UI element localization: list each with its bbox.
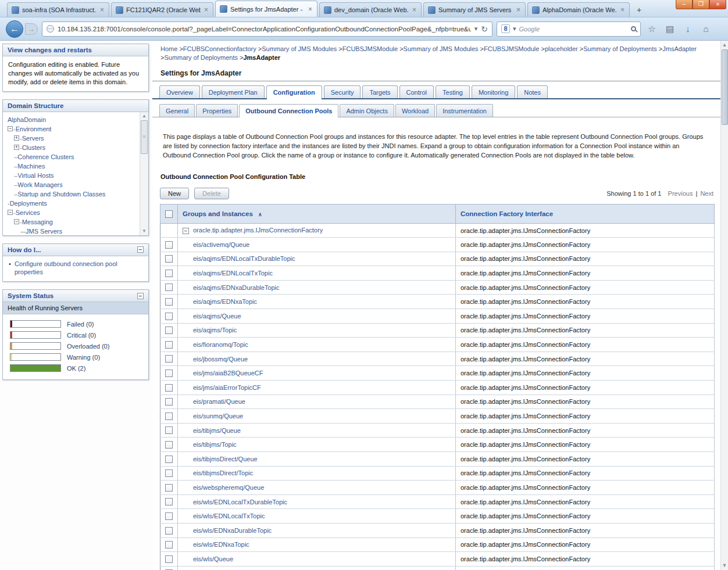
new-tab-button[interactable]: + bbox=[631, 5, 647, 16]
tab-monitoring[interactable]: Monitoring bbox=[472, 85, 515, 98]
bookmarks-menu-icon[interactable]: ▤ bbox=[663, 24, 677, 34]
row-checkbox[interactable] bbox=[165, 512, 173, 520]
collapse-node-icon[interactable]: − bbox=[14, 219, 19, 224]
row-checkbox[interactable] bbox=[165, 241, 173, 249]
scroll-down-icon[interactable]: ▼ bbox=[142, 227, 147, 235]
row-checkbox[interactable] bbox=[165, 441, 173, 449]
row-checkbox[interactable] bbox=[165, 541, 173, 549]
instance-name-link[interactable]: eis/wls/EDNxaDurableTopic bbox=[193, 527, 272, 534]
browser-tab-summary-of-jms-servers[interactable]: Summary of JMS Servers ...× bbox=[423, 2, 526, 17]
back-button[interactable]: ← bbox=[6, 20, 23, 38]
row-checkbox[interactable] bbox=[165, 327, 173, 334]
subtab-properties[interactable]: Properties bbox=[196, 104, 238, 117]
tree-scrollbar[interactable]: ▲ ≡ ▼ bbox=[140, 112, 148, 235]
url-text[interactable]: 10.184.135.218:7001/console/console.port… bbox=[58, 26, 471, 33]
site-identity-icon[interactable] bbox=[47, 25, 54, 33]
row-checkbox[interactable] bbox=[165, 484, 173, 492]
row-checkbox[interactable] bbox=[165, 527, 173, 535]
browser-tab-dev-domain-oracle-web[interactable]: dev_domain (Oracle Web...× bbox=[319, 2, 422, 17]
page-scroll-thumb[interactable] bbox=[722, 49, 728, 125]
tree-node-label[interactable]: Work Managers bbox=[17, 181, 62, 188]
tab-security[interactable]: Security bbox=[324, 85, 361, 98]
search-icon[interactable] bbox=[631, 26, 636, 31]
collapse-node-icon[interactable]: − bbox=[8, 126, 13, 131]
tab-control[interactable]: Control bbox=[399, 85, 434, 98]
tree-node-label[interactable]: Servers bbox=[22, 135, 44, 142]
row-checkbox[interactable] bbox=[165, 398, 173, 406]
sort-ascending-icon[interactable]: ∧ bbox=[258, 211, 262, 217]
tree-item-coherence-clusters[interactable]: --Coherence Clusters bbox=[6, 152, 147, 162]
tab-close-icon[interactable]: × bbox=[412, 6, 417, 13]
close-window-button[interactable]: × bbox=[709, 0, 726, 9]
breadcrumb-link[interactable]: placeholder bbox=[545, 45, 578, 52]
search-engine-icon[interactable]: 8 bbox=[501, 24, 510, 33]
select-all-checkbox[interactable] bbox=[165, 210, 173, 218]
how-do-i-link[interactable]: Configure outbound connection pool prope… bbox=[15, 260, 117, 276]
breadcrumb-link[interactable]: JmsAdapter bbox=[662, 45, 697, 52]
row-checkbox[interactable] bbox=[165, 413, 173, 420]
instance-name-link[interactable]: eis/jbossmq/Queue bbox=[193, 356, 248, 363]
delete-button[interactable]: Delete bbox=[194, 188, 229, 199]
collapse-group-icon[interactable]: − bbox=[183, 228, 189, 234]
tab-close-icon[interactable]: × bbox=[620, 6, 625, 13]
instance-name-link[interactable]: eis/webspheremq/Queue bbox=[193, 484, 264, 491]
scroll-up-icon[interactable]: ▲ bbox=[722, 41, 727, 49]
instance-name-link[interactable]: eis/wls/Queue bbox=[193, 555, 233, 562]
row-checkbox[interactable] bbox=[165, 298, 173, 306]
instance-name-link[interactable]: eis/tibjmsDirect/Queue bbox=[193, 456, 258, 463]
tree-node-label[interactable]: Messaging bbox=[22, 218, 53, 225]
instance-name-link[interactable]: eis/aqjms/EDNxaDurableTopic bbox=[193, 284, 280, 291]
next-page-link[interactable]: Next bbox=[700, 190, 713, 197]
instance-name-link[interactable]: eis/aqjms/EDNxaTopic bbox=[193, 298, 257, 305]
subtab-instrumentation[interactable]: Instrumentation bbox=[436, 104, 493, 117]
reload-icon[interactable]: ↻ bbox=[481, 24, 488, 34]
bookmark-star-icon[interactable]: ☆ bbox=[645, 24, 659, 34]
tree-node-label[interactable]: Startup and Shutdown Classes bbox=[17, 191, 105, 198]
row-checkbox[interactable] bbox=[165, 355, 173, 363]
page-scrollbar[interactable]: ▲ ▼ bbox=[720, 41, 728, 570]
scroll-up-icon[interactable]: ▲ bbox=[142, 112, 147, 120]
instance-name-link[interactable]: eis/tibjms/Queue bbox=[193, 427, 241, 434]
tree-item-work-managers[interactable]: --Work Managers bbox=[6, 180, 147, 189]
tree-item-deployments[interactable]: -Deployments bbox=[6, 199, 147, 208]
tab-configuration[interactable]: Configuration bbox=[266, 85, 322, 98]
tree-item-jms-servers[interactable]: ---JMS Servers bbox=[6, 227, 147, 235]
breadcrumb-link[interactable]: FCUBSConnectionfactory bbox=[183, 45, 256, 52]
history-dropdown-icon[interactable]: ▾ bbox=[474, 25, 478, 33]
tree-item-machines[interactable]: --Machines bbox=[6, 162, 147, 171]
subtab-admin-objects[interactable]: Admin Objects bbox=[340, 104, 394, 117]
row-checkbox[interactable] bbox=[165, 469, 173, 477]
tab-targets[interactable]: Targets bbox=[362, 85, 397, 98]
column-groups-and-instances[interactable]: Groups and Instances bbox=[183, 210, 253, 217]
tree-item-environment[interactable]: −-Environment bbox=[6, 124, 147, 134]
breadcrumb-link[interactable]: Summary of JMS Modules bbox=[404, 45, 479, 52]
expand-node-icon[interactable]: + bbox=[14, 145, 19, 150]
group-name-link[interactable]: oracle.tip.adapter.jms.IJmsConnectionFac… bbox=[193, 227, 323, 234]
search-engine-dropdown-icon[interactable]: ▾ bbox=[513, 25, 516, 33]
row-checkbox[interactable] bbox=[165, 313, 173, 320]
tree-node-label[interactable]: Environment bbox=[16, 126, 52, 132]
breadcrumb-link[interactable]: FCUBSJMSModule bbox=[342, 45, 398, 52]
downloads-icon[interactable]: ↓ bbox=[681, 24, 695, 34]
search-input[interactable]: Google bbox=[519, 26, 628, 33]
tree-item-startup-and-shutdown-classes[interactable]: --Startup and Shutdown Classes bbox=[6, 189, 147, 199]
tab-close-icon[interactable]: × bbox=[204, 6, 209, 13]
instance-name-link[interactable]: eis/aqjms/EDNLocalTxTopic bbox=[193, 270, 273, 277]
tree-node-label[interactable]: JMS Servers bbox=[26, 228, 62, 235]
instance-name-link[interactable]: eis/activemq/Queue bbox=[193, 241, 249, 248]
search-bar[interactable]: 8 ▾ Google bbox=[497, 21, 641, 37]
instance-name-link[interactable]: eis/aqjms/Topic bbox=[193, 327, 237, 334]
tree-node-label[interactable]: Clusters bbox=[22, 144, 45, 151]
tree-item-virtual-hosts[interactable]: --Virtual Hosts bbox=[6, 171, 147, 180]
browser-tab-fc121iqar2-oracle-web[interactable]: FC121IQAR2 (Oracle Web...× bbox=[111, 2, 213, 17]
tree-item-alphadomain[interactable]: AlphaDomain bbox=[6, 115, 147, 124]
collapse-panel-icon[interactable]: − bbox=[137, 293, 144, 299]
instance-name-link[interactable]: eis/tibjmsDirect/Topic bbox=[193, 469, 253, 476]
instance-name-link[interactable]: eis/sunmq/Queue bbox=[193, 413, 243, 420]
forward-button[interactable]: → bbox=[25, 23, 38, 35]
home-icon[interactable]: ⌂ bbox=[699, 24, 713, 34]
row-checkbox[interactable] bbox=[165, 255, 173, 263]
tree-node-label[interactable]: Virtual Hosts bbox=[17, 172, 53, 179]
tree-node-label[interactable]: AlphaDomain bbox=[8, 116, 46, 123]
previous-page-link[interactable]: Previous bbox=[668, 190, 693, 197]
